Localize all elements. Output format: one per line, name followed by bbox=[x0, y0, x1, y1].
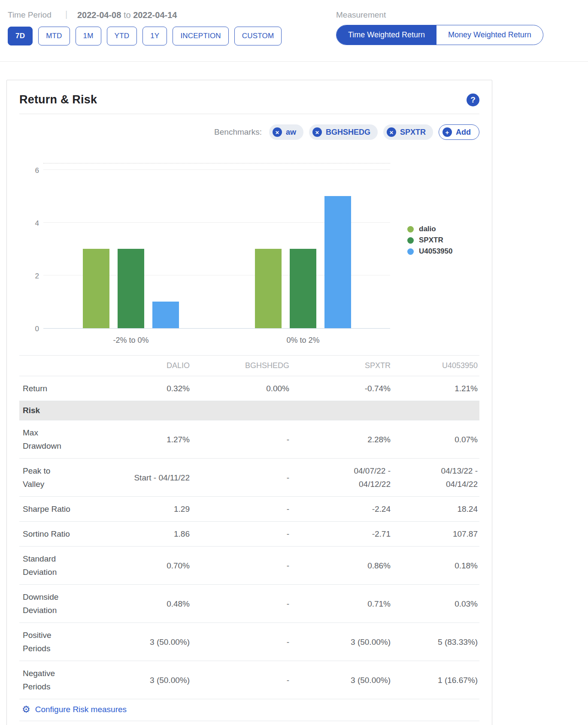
cell-standard-deviation-bghshedg: - bbox=[191, 547, 291, 585]
period-button-1y[interactable]: 1Y bbox=[142, 27, 167, 45]
legend-item-u4053950[interactable]: U4053950 bbox=[407, 247, 452, 256]
cell-negative-periods-spxtr: 3 (50.00%) bbox=[291, 661, 392, 699]
cell-downside-deviation-bghshedg: - bbox=[191, 585, 291, 623]
date-range: 2022-04-08 to 2022-04-14 bbox=[77, 10, 177, 20]
legend-label: dalio bbox=[419, 225, 436, 233]
measurement-toggle: Time Weighted ReturnMoney Weighted Retur… bbox=[336, 25, 543, 45]
cell-positive-periods-u4053950: 5 (83.33%) bbox=[392, 623, 479, 661]
cell-standard-deviation-spxtr: 0.86% bbox=[291, 547, 392, 585]
cell-negative-periods-bghshedg: - bbox=[191, 661, 291, 699]
cell-peak-to-valley-dalio: Start - 04/11/22 bbox=[87, 459, 191, 497]
remove-benchmark-icon[interactable]: × bbox=[273, 127, 282, 137]
row-label: Positive Periods bbox=[19, 623, 87, 661]
benchmark-chip-label: BGHSHEDG bbox=[326, 128, 370, 137]
cell-sharpe-ratio-dalio: 1.29 bbox=[87, 497, 191, 522]
bar-u4053950-0-to-2- bbox=[324, 196, 351, 328]
row-label: Negative Periods bbox=[19, 661, 87, 699]
page-title: Return & Risk bbox=[19, 93, 97, 106]
cell-negative-periods-u4053950: 1 (16.67%) bbox=[392, 661, 479, 699]
cell-sortino-ratio-dalio: 1.86 bbox=[87, 522, 191, 547]
return-risk-card: Return & Risk ? Benchmarks: ×aw×BGHSHEDG… bbox=[6, 80, 492, 725]
legend-item-dalio[interactable]: dalio bbox=[407, 225, 452, 233]
bar-u4053950--2-to-0- bbox=[152, 302, 179, 328]
table-header-dalio: DALIO bbox=[87, 356, 191, 376]
cell-positive-periods-dalio: 3 (50.00%) bbox=[87, 623, 191, 661]
cell-return-u4053950: 1.21% bbox=[392, 376, 479, 401]
table-header-spxtr: SPXTR bbox=[291, 356, 392, 376]
period-button-custom[interactable]: CUSTOM bbox=[234, 27, 282, 45]
cell-positive-periods-spxtr: 3 (50.00%) bbox=[291, 623, 392, 661]
period-button-inception[interactable]: INCEPTION bbox=[173, 27, 228, 45]
row-label: Standard Deviation bbox=[19, 547, 87, 585]
table-header-row: DALIOBGHSHEDGSPXTRU4053950 bbox=[19, 356, 479, 376]
cell-return-dalio: 0.32% bbox=[87, 376, 191, 401]
period-button-group: 7DMTD1MYTD1YINCEPTIONCUSTOM bbox=[8, 27, 282, 45]
period-button-1m[interactable]: 1M bbox=[76, 27, 101, 45]
cell-peak-to-valley-bghshedg: - bbox=[191, 459, 291, 497]
cell-max-drawdown-bghshedg: - bbox=[191, 420, 291, 459]
gear-icon[interactable]: ⚙ bbox=[22, 705, 30, 714]
row-label: Sharpe Ratio bbox=[19, 497, 87, 522]
legend-item-spxtr[interactable]: SPXTR bbox=[407, 236, 452, 245]
configure-risk-link[interactable]: Configure Risk measures bbox=[35, 705, 127, 714]
legend-label: U4053950 bbox=[419, 247, 452, 256]
cell-downside-deviation-dalio: 0.48% bbox=[87, 585, 191, 623]
cell-sortino-ratio-bghshedg: - bbox=[191, 522, 291, 547]
cell-max-drawdown-spxtr: 2.28% bbox=[291, 420, 392, 459]
topbar: Time Period | 2022-04-08 to 2022-04-14 7… bbox=[0, 0, 588, 62]
table-row-negative-periods: Negative Periods3 (50.00%)-3 (50.00%)1 (… bbox=[19, 661, 479, 699]
topbar-divider bbox=[0, 61, 588, 62]
remove-benchmark-icon[interactable]: × bbox=[387, 127, 396, 137]
benchmarks-label: Benchmarks: bbox=[214, 127, 262, 137]
table-row-sharpe-ratio: Sharpe Ratio1.29--2.2418.24 bbox=[19, 497, 479, 522]
remove-benchmark-icon[interactable]: × bbox=[312, 127, 322, 137]
cell-max-drawdown-dalio: 1.27% bbox=[87, 420, 191, 459]
chart-plot-area: 0246-2% to 0%0% to 2% bbox=[43, 163, 390, 329]
benchmark-chip-list: ×aw×BGHSHEDG×SPXTR bbox=[269, 124, 433, 140]
time-period-label: Time Period bbox=[8, 10, 52, 20]
gridline-y6 bbox=[43, 169, 390, 170]
plus-icon: + bbox=[443, 127, 452, 137]
benchmark-chip-spxtr[interactable]: ×SPXTR bbox=[383, 124, 433, 140]
period-button-7d[interactable]: 7D bbox=[8, 27, 33, 45]
measurement-option-money-weighted-return[interactable]: Money Weighted Return bbox=[436, 25, 543, 45]
title-divider bbox=[19, 114, 479, 114]
measurement-option-time-weighted-return[interactable]: Time Weighted Return bbox=[336, 25, 436, 45]
benchmark-chip-aw[interactable]: ×aw bbox=[269, 124, 303, 140]
add-benchmark-label: Add bbox=[456, 128, 471, 137]
section-row-risk: Risk bbox=[19, 401, 479, 420]
date-to: 2022-04-14 bbox=[133, 10, 177, 20]
table-row-max-drawdown: Max Drawdown1.27%-2.28%0.07% bbox=[19, 420, 479, 459]
benchmark-chip-bghshedg[interactable]: ×BGHSHEDG bbox=[309, 124, 378, 140]
legend-dot-u4053950 bbox=[407, 248, 414, 255]
table-row-positive-periods: Positive Periods3 (50.00%)-3 (50.00%)5 (… bbox=[19, 623, 479, 661]
cell-sortino-ratio-u4053950: 107.87 bbox=[392, 522, 479, 547]
cell-return-bghshedg: 0.00% bbox=[191, 376, 291, 401]
risk-table: DALIOBGHSHEDGSPXTRU4053950 Return0.32%0.… bbox=[19, 355, 479, 699]
row-label: Return bbox=[19, 376, 87, 401]
row-label: Downside Deviation bbox=[19, 585, 87, 623]
y-axis-tick-4: 4 bbox=[24, 219, 39, 228]
table-row-peak-to-valley: Peak to ValleyStart - 04/11/22-04/07/22 … bbox=[19, 459, 479, 497]
period-button-mtd[interactable]: MTD bbox=[38, 27, 70, 45]
period-button-ytd[interactable]: YTD bbox=[107, 27, 137, 45]
return-distribution-chart: 0246-2% to 0%0% to 2% dalioSPXTRU4053950 bbox=[19, 153, 479, 349]
bar-dalio--2-to-0- bbox=[83, 249, 109, 328]
time-period-separator: | bbox=[65, 9, 67, 19]
add-benchmark-button[interactable]: + Add bbox=[439, 124, 479, 140]
cell-sharpe-ratio-u4053950: 18.24 bbox=[392, 497, 479, 522]
configure-risk-row: ⚙ Configure Risk measures bbox=[19, 699, 479, 721]
legend-label: SPXTR bbox=[419, 236, 443, 245]
x-axis-label--2-to-0-: -2% to 0% bbox=[88, 336, 174, 345]
chart-legend: dalioSPXTRU4053950 bbox=[407, 225, 452, 256]
cell-peak-to-valley-spxtr: 04/07/22 - 04/12/22 bbox=[291, 459, 392, 497]
benchmarks-row: Benchmarks: ×aw×BGHSHEDG×SPXTR + Add bbox=[19, 124, 479, 140]
date-to-word: to bbox=[124, 10, 131, 20]
page: Time Period | 2022-04-08 to 2022-04-14 7… bbox=[0, 0, 588, 725]
help-icon[interactable]: ? bbox=[467, 94, 479, 106]
row-label: Sortino Ratio bbox=[19, 522, 87, 547]
row-label: Peak to Valley bbox=[19, 459, 87, 497]
cell-standard-deviation-u4053950: 0.18% bbox=[392, 547, 479, 585]
cell-standard-deviation-dalio: 0.70% bbox=[87, 547, 191, 585]
y-axis-tick-0: 0 bbox=[24, 324, 39, 334]
